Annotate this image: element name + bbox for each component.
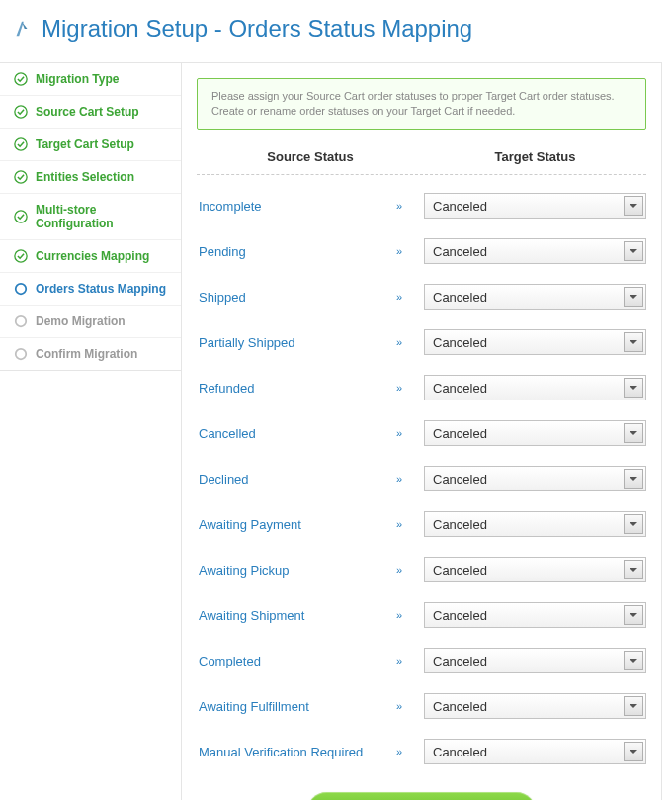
mapping-row: Awaiting Fulfillment»Canceled — [197, 683, 646, 729]
sidebar-step-label: Migration Type — [36, 72, 119, 86]
target-status-select[interactable]: Canceled — [424, 602, 646, 628]
target-status-select[interactable]: Canceled — [424, 375, 646, 400]
source-status-label: Partially Shipped — [197, 335, 375, 350]
svg-point-8 — [16, 349, 27, 360]
arrow-icon: » — [375, 746, 424, 757]
proceed-button[interactable]: Proceed to Next Step »» — [307, 792, 537, 800]
sidebar-step-label: Target Cart Setup — [36, 137, 134, 151]
target-status-value: Canceled — [433, 244, 487, 259]
target-status-value: Canceled — [433, 199, 487, 214]
target-status-select[interactable]: Canceled — [424, 693, 646, 719]
info-line-1: Please assign your Source Cart order sta… — [211, 89, 631, 104]
target-status-value: Canceled — [433, 699, 487, 714]
sidebar-step-8: Confirm Migration — [0, 338, 181, 370]
arrow-icon: » — [375, 336, 424, 348]
target-status-select[interactable]: Canceled — [424, 193, 646, 219]
arrow-icon: » — [375, 200, 424, 212]
target-status-select[interactable]: Canceled — [424, 238, 646, 264]
arrow-icon: » — [375, 655, 424, 667]
column-header-target: Target Status — [424, 149, 646, 164]
sidebar-step-5[interactable]: Currencies Mapping — [0, 240, 181, 273]
check-circle-icon — [14, 249, 28, 263]
arrow-icon: » — [375, 427, 424, 439]
svg-point-3 — [15, 171, 27, 183]
pending-step-icon — [14, 314, 28, 328]
target-status-value: Canceled — [433, 745, 487, 759]
svg-point-1 — [15, 106, 27, 118]
target-status-select[interactable]: Canceled — [424, 329, 646, 355]
chevron-down-icon[interactable] — [624, 241, 643, 261]
chevron-down-icon[interactable] — [624, 332, 643, 352]
sidebar-step-label: Entities Selection — [36, 170, 134, 184]
source-status-label: Cancelled — [197, 426, 375, 441]
sidebar-step-4[interactable]: Multi-store Configuration — [0, 194, 181, 240]
check-circle-icon — [14, 137, 28, 151]
chevron-down-icon[interactable] — [624, 651, 643, 670]
target-status-select[interactable]: Canceled — [424, 648, 646, 673]
sidebar-step-label: Demo Migration — [36, 314, 126, 328]
chevron-down-icon[interactable] — [624, 423, 643, 443]
sidebar-step-label: Orders Status Mapping — [36, 282, 166, 296]
target-status-select[interactable]: Canceled — [424, 420, 646, 446]
sidebar-step-6[interactable]: Orders Status Mapping — [0, 273, 182, 306]
mapping-row: Completed»Canceled — [197, 638, 646, 683]
target-status-value: Canceled — [433, 426, 487, 441]
mapping-rows: Incomplete»CanceledPending»CanceledShipp… — [197, 183, 646, 774]
mapping-row: Declined»Canceled — [197, 456, 646, 501]
check-circle-icon — [14, 105, 28, 119]
svg-point-4 — [15, 211, 27, 222]
arrow-icon: » — [375, 245, 424, 257]
target-status-select[interactable]: Canceled — [424, 284, 646, 310]
target-status-select[interactable]: Canceled — [424, 557, 646, 582]
target-status-value: Canceled — [433, 472, 487, 487]
source-status-label: Refunded — [197, 381, 375, 396]
target-status-value: Canceled — [433, 654, 487, 668]
sidebar-step-label: Source Cart Setup — [36, 105, 139, 119]
target-status-value: Canceled — [433, 563, 487, 578]
mapping-row: Awaiting Payment»Canceled — [197, 501, 646, 547]
target-status-value: Canceled — [433, 381, 487, 396]
mapping-table-header: Source Status Target Status — [197, 143, 646, 175]
arrow-icon: » — [375, 609, 424, 621]
chevron-down-icon[interactable] — [624, 469, 643, 489]
target-status-value: Canceled — [433, 335, 487, 350]
target-status-select[interactable]: Canceled — [424, 511, 646, 537]
mapping-row: Refunded»Canceled — [197, 365, 646, 410]
target-status-value: Canceled — [433, 608, 487, 623]
sidebar-step-1[interactable]: Source Cart Setup — [0, 96, 181, 129]
chevron-down-icon[interactable] — [624, 605, 643, 625]
main-panel: Please assign your Source Cart order sta… — [181, 62, 662, 800]
arrow-icon: » — [375, 473, 424, 485]
svg-point-6 — [16, 284, 27, 295]
sidebar-step-label: Multi-store Configuration — [36, 203, 171, 230]
source-status-label: Awaiting Fulfillment — [197, 699, 375, 714]
current-step-icon — [14, 282, 28, 296]
chevron-down-icon[interactable] — [624, 514, 643, 534]
source-status-label: Declined — [197, 472, 375, 487]
sidebar-step-2[interactable]: Target Cart Setup — [0, 129, 181, 161]
mapping-row: Cancelled»Canceled — [197, 410, 646, 456]
mapping-row: Shipped»Canceled — [197, 274, 646, 319]
sidebar-step-0[interactable]: Migration Type — [0, 63, 181, 96]
sidebar-step-3[interactable]: Entities Selection — [0, 161, 181, 194]
chevron-down-icon[interactable] — [624, 742, 643, 761]
check-circle-icon — [14, 170, 28, 184]
target-status-select[interactable]: Canceled — [424, 739, 646, 764]
chevron-down-icon[interactable] — [624, 378, 643, 398]
chevron-down-icon[interactable] — [624, 196, 643, 216]
target-status-select[interactable]: Canceled — [424, 466, 646, 491]
mapping-row: Awaiting Shipment»Canceled — [197, 592, 646, 638]
sidebar-step-label: Confirm Migration — [36, 347, 137, 361]
source-status-label: Completed — [197, 654, 375, 668]
source-status-label: Awaiting Shipment — [197, 608, 375, 623]
source-status-label: Manual Verification Required — [197, 745, 375, 759]
svg-point-5 — [15, 250, 27, 262]
source-status-label: Awaiting Pickup — [197, 563, 375, 578]
info-banner: Please assign your Source Cart order sta… — [197, 78, 646, 130]
source-status-label: Incomplete — [197, 199, 375, 214]
arrow-icon: » — [375, 518, 424, 530]
chevron-down-icon[interactable] — [624, 696, 643, 716]
svg-point-7 — [16, 316, 27, 327]
chevron-down-icon[interactable] — [624, 560, 643, 579]
chevron-down-icon[interactable] — [624, 287, 643, 307]
